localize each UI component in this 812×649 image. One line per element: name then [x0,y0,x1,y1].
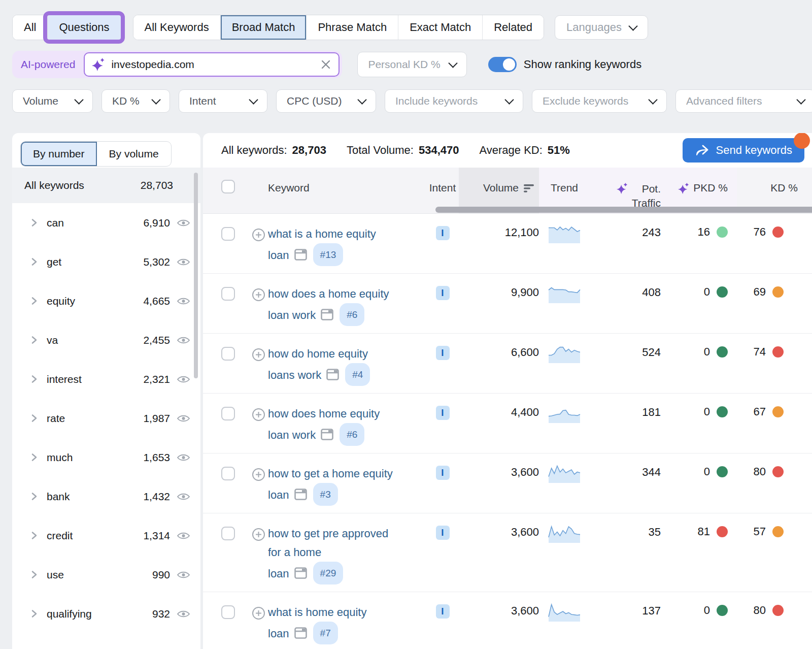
clear-search-icon[interactable] [320,59,331,70]
eye-icon[interactable] [177,570,190,579]
row-checkbox[interactable] [221,407,235,420]
sidebar-all-keywords-row[interactable]: All keywords 28,703 [12,168,200,203]
chevron-right-icon[interactable] [30,492,38,501]
header-keyword[interactable]: Keyword [268,168,426,213]
keyword-link[interactable]: loan work [268,429,316,441]
row-checkbox[interactable] [221,227,235,241]
keyword-link[interactable]: what is a home equity [268,228,376,240]
tab-broad-match[interactable]: Broad Match [220,15,307,40]
sidebar-group-row[interactable]: credit1,314 [12,516,200,555]
chevron-right-icon[interactable] [30,452,38,462]
add-keyword-icon[interactable] [252,348,268,362]
eye-icon[interactable] [177,492,190,501]
eye-icon[interactable] [177,218,190,228]
serp-features-icon[interactable] [321,309,333,320]
sidebar-group-row[interactable]: bank1,432 [12,477,200,516]
eye-icon[interactable] [177,297,190,306]
tab-by-volume[interactable]: By volume [97,142,171,166]
keyword-link[interactable]: how do home equity [268,347,368,360]
row-checkbox[interactable] [221,347,235,361]
keyword-link[interactable]: loan [268,627,289,640]
sidebar-group-row[interactable]: get5,302 [12,242,200,281]
serp-features-icon[interactable] [326,369,339,380]
keyword-link[interactable]: what is home equity [268,606,366,619]
tab-phrase-match[interactable]: Phrase Match [306,15,398,40]
sidebar-scrollbar[interactable] [194,173,198,378]
horizontal-scrollbar[interactable] [435,207,812,213]
languages-dropdown[interactable]: Languages [555,15,648,40]
filter-cpc[interactable]: CPC (USD) [276,89,376,113]
eye-icon[interactable] [177,414,190,423]
ranking-position-badge: #4 [345,363,370,386]
eye-icon[interactable] [177,257,190,267]
chevron-right-icon[interactable] [30,531,38,540]
serp-features-icon[interactable] [294,627,307,639]
add-keyword-icon[interactable] [252,606,268,620]
filter-intent[interactable]: Intent [179,89,267,113]
chevron-right-icon[interactable] [30,609,38,619]
keyword-link[interactable]: loans work [268,369,321,381]
show-ranking-toggle[interactable] [488,57,517,72]
tab-exact-match[interactable]: Exact Match [398,15,482,40]
filter-include-keywords[interactable]: Include keywords [385,89,523,113]
sidebar-group-row[interactable]: use990 [12,555,200,594]
chevron-right-icon[interactable] [30,218,38,228]
eye-icon[interactable] [177,453,190,462]
tab-questions[interactable]: Questions [47,15,120,40]
eye-icon[interactable] [177,336,190,345]
filter-exclude-keywords[interactable]: Exclude keywords [532,89,667,113]
filter-kd[interactable]: KD % [101,89,170,113]
sidebar-group-row[interactable]: interest2,321 [12,360,200,399]
keyword-link[interactable]: how to get pre approved [268,527,388,540]
add-keyword-icon[interactable] [252,528,268,541]
ranking-position-badge: #3 [313,483,338,506]
serp-features-icon[interactable] [294,567,307,579]
keyword-cell: how does a home equityloan work#6 [268,274,426,326]
eye-icon[interactable] [177,531,190,540]
chevron-right-icon[interactable] [30,374,38,384]
serp-features-icon[interactable] [294,249,307,261]
chevron-right-icon[interactable] [30,257,38,267]
personal-kd-dropdown[interactable]: Personal KD % [357,52,466,77]
sidebar-group-row[interactable]: rate1,987 [12,399,200,438]
tab-all-keywords[interactable]: All Keywords [133,15,220,40]
eye-icon[interactable] [177,609,190,619]
filter-advanced[interactable]: Advanced filters [675,89,812,113]
keyword-link[interactable]: loan [268,567,289,580]
keyword-link[interactable]: loan [268,249,289,262]
row-checkbox[interactable] [221,287,235,301]
keyword-link[interactable]: how to get a home equity [268,467,393,480]
sidebar-group-row[interactable]: much1,653 [12,438,200,477]
sidebar-group-row[interactable]: qualifying932 [12,594,200,633]
row-checkbox[interactable] [221,527,235,540]
keyword-link[interactable]: how does home equity [268,407,380,420]
tab-by-number[interactable]: By number [21,142,97,166]
sidebar-group-row[interactable]: equity4,665 [12,281,200,320]
tab-all[interactable]: All [13,15,47,40]
keyword-link[interactable]: for a home [268,546,321,559]
keyword-link[interactable]: loan [268,489,289,501]
eye-icon[interactable] [177,375,190,384]
tab-related[interactable]: Related [482,15,544,40]
send-keywords-button[interactable]: Send keywords [683,138,804,163]
search-input[interactable] [110,58,315,71]
select-all-checkbox[interactable] [221,180,235,193]
add-keyword-icon[interactable] [252,408,268,421]
add-keyword-icon[interactable] [252,468,268,481]
serp-features-icon[interactable] [294,489,307,500]
row-checkbox[interactable] [221,467,235,480]
chevron-right-icon[interactable] [30,570,38,579]
chevron-right-icon[interactable] [30,413,38,423]
keyword-link[interactable]: how does a home equity [268,287,389,300]
add-keyword-icon[interactable] [252,228,268,242]
filter-volume[interactable]: Volume [12,89,93,113]
row-checkbox[interactable] [221,605,235,619]
chevron-right-icon[interactable] [30,335,38,345]
pot-traffic-cell: 181 [590,394,661,446]
chevron-right-icon[interactable] [30,296,38,306]
keyword-link[interactable]: loan work [268,309,316,321]
serp-features-icon[interactable] [321,429,333,440]
add-keyword-icon[interactable] [252,288,268,302]
sidebar-group-row[interactable]: va2,455 [12,320,200,360]
sidebar-group-row[interactable]: can6,910 [12,203,200,242]
